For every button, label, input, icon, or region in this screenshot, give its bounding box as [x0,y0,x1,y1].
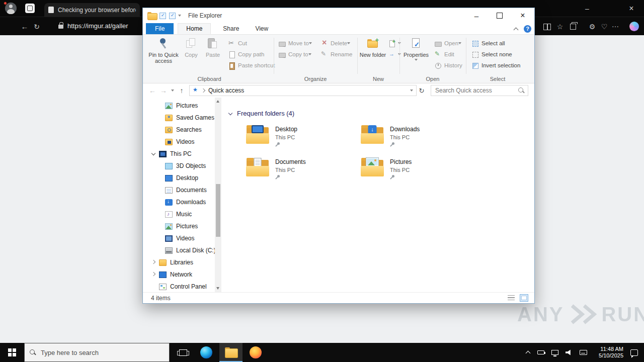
tab-share[interactable]: Share [215,23,247,34]
copy-button[interactable]: Copy [181,36,201,73]
search-input[interactable] [431,85,528,96]
move-to-button[interactable]: Move to [277,38,313,48]
up-button[interactable] [176,86,187,95]
paste-button[interactable]: Paste [202,36,223,73]
select-all-button[interactable]: Select all [470,38,522,48]
start-button[interactable] [0,343,24,362]
details-view-button[interactable] [507,294,516,302]
volume-icon[interactable] [566,349,573,355]
taskbar-edge-button[interactable] [195,343,217,362]
tab-view[interactable]: View [247,23,276,34]
explorer-titlebar[interactable]: File Explorer [143,8,534,23]
folder-tile-pictures[interactable]: PicturesThis PC [361,157,475,190]
maximize-button[interactable] [488,8,511,23]
minimize-button[interactable] [465,8,488,23]
sidebar-item-videos-user[interactable]: Videos [143,136,222,148]
address-url[interactable]: https://imgur.at/galler [67,22,128,30]
browser-back-icon[interactable] [20,22,29,31]
sidebar-item-saved-games[interactable]: Saved Games [143,112,222,124]
paste-shortcut-button[interactable]: Paste shortcut [226,60,277,70]
close-button[interactable] [511,8,534,23]
sidebar-item-documents[interactable]: Documents [143,184,222,196]
copy-to-button[interactable]: Copy to [277,49,313,59]
browser-minimize-button[interactable] [579,0,596,17]
history-button[interactable]: History [433,60,464,70]
sidebar-item-searches[interactable]: Searches [143,124,222,136]
scrollbar-thumb[interactable] [216,184,220,237]
folder-tile-desktop[interactable]: DesktopThis PC [246,125,361,157]
browser-close-button[interactable] [623,0,640,17]
sidebar-scrollbar[interactable] [215,98,221,292]
taskbar-file-explorer-button[interactable] [219,343,243,362]
window-icon[interactable] [25,4,35,13]
browser-refresh-icon[interactable] [32,22,41,31]
invert-selection-button[interactable]: Invert selection [470,60,522,70]
tray-expand-icon[interactable] [525,350,530,355]
rename-button[interactable]: Rename [319,49,354,59]
folder-tile-documents[interactable]: DocumentsThis PC [246,157,361,190]
address-bar[interactable]: Quick access [189,85,417,96]
expand-chevron-icon[interactable] [151,272,156,277]
pin-to-quick-access-button[interactable]: Pin to Quick access [148,36,179,73]
sidebar-item-pictures-user[interactable]: Pictures [143,100,222,112]
qat-dropdown-icon[interactable] [178,15,181,17]
sidebar-item-videos[interactable]: Videos [143,232,222,244]
sidebar-item-desktop[interactable]: Desktop [143,172,222,184]
back-button[interactable] [147,86,158,95]
recent-locations-icon[interactable] [171,89,174,92]
help-icon[interactable] [524,25,531,33]
sidebar-item-music[interactable]: Music [143,208,222,220]
taskbar-search-input[interactable] [41,349,151,356]
tab-file[interactable]: File [146,23,174,34]
new-folder-button[interactable]: New folder [359,36,386,73]
battery-icon[interactable] [537,350,544,354]
sidebar-item-this-pc[interactable]: This PC [143,148,222,160]
sidebar-item-downloads[interactable]: Downloads [143,196,222,208]
split-screen-icon[interactable] [542,23,551,32]
sidebar-item-local-disk-c[interactable]: Local Disk (C:) [143,244,222,256]
section-header[interactable]: Frequent folders (4) [228,110,294,117]
expand-chevron-icon[interactable] [151,260,156,265]
folder-tile-downloads[interactable]: DownloadsThis PC [361,125,475,157]
profile-avatar[interactable] [5,3,17,14]
qat-button-2[interactable] [169,13,176,19]
keyboard-icon[interactable] [580,350,587,355]
collections-icon[interactable] [569,22,578,31]
tab-home[interactable]: Home [178,23,211,34]
qat-button-1[interactable] [159,13,166,19]
extensions-icon[interactable] [588,22,597,31]
new-folder-icon [366,37,379,50]
settings-menu-icon[interactable] [611,22,620,31]
select-none-button[interactable]: Select none [470,49,522,59]
network-icon[interactable] [551,350,558,355]
address-dropdown-icon[interactable] [410,89,413,92]
expand-chevron-icon[interactable] [151,151,156,156]
breadcrumb-chevron-icon[interactable] [201,88,205,93]
forward-button[interactable] [158,86,169,95]
copilot-icon[interactable] [629,22,639,31]
sidebar-item-pictures[interactable]: Pictures [143,220,222,232]
sidebar-item-network[interactable]: Network [143,268,222,281]
taskbar-clock[interactable]: 11:48 AM 5/10/2025 [594,346,623,359]
section-collapse-icon[interactable] [228,111,233,116]
edit-button[interactable]: Edit [433,49,464,59]
properties-button[interactable]: Properties [401,36,431,73]
cut-button[interactable]: Cut [226,38,277,48]
sidebar-item-3d-objects[interactable]: 3D Objects [143,160,222,172]
favorites-star-icon[interactable] [555,22,565,31]
browser-essentials-icon[interactable] [600,22,609,31]
taskbar-firefox-button[interactable] [245,343,267,362]
delete-button[interactable]: Delete [319,38,354,48]
thumbnail-view-button[interactable] [520,294,528,302]
sidebar-item-control-panel[interactable]: Control Panel [143,281,222,292]
taskbar-search[interactable] [24,343,170,362]
address-path[interactable]: Quick access [208,87,410,94]
browser-tab[interactable]: Checking your browser before [44,3,140,17]
task-view-button[interactable] [173,343,193,362]
minimize-ribbon-icon[interactable] [513,26,519,32]
open-button[interactable]: Open [433,38,464,48]
action-center-icon[interactable] [630,349,638,356]
copy-path-button[interactable]: Copy path [226,49,277,59]
sidebar-item-libraries[interactable]: Libraries [143,256,222,268]
refresh-button[interactable] [417,87,427,95]
